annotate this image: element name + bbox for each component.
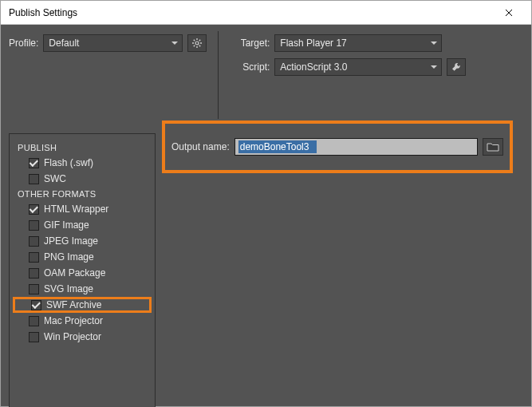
profile-value: Default (49, 38, 79, 49)
checkbox-flash[interactable] (29, 158, 39, 168)
format-item-win-projector[interactable]: Win Projector (13, 329, 152, 345)
script-dropdown[interactable]: ActionScript 3.0 (274, 58, 442, 76)
browse-output-button[interactable] (483, 138, 503, 156)
label-swc: SWC (44, 173, 66, 184)
label-svg: SVG Image (44, 283, 93, 294)
checkbox-mac-projector[interactable] (29, 316, 39, 326)
output-name-field-wrap[interactable] (234, 138, 478, 156)
window-title: Publish Settings (9, 7, 77, 18)
script-value: ActionScript 3.0 (280, 61, 347, 73)
close-button[interactable] (493, 2, 525, 24)
profile-dropdown[interactable]: Default (43, 34, 183, 52)
checkbox-gif[interactable] (29, 220, 39, 231)
checkbox-png[interactable] (29, 252, 39, 263)
main-columns: PUBLISH Flash (.swf) SWC OTHER FORMATS H… (9, 133, 523, 407)
label-jpeg: JPEG Image (44, 235, 98, 247)
script-label: Script: (230, 61, 270, 73)
svg-line-6 (199, 45, 200, 46)
checkbox-svg[interactable] (29, 284, 39, 294)
format-item-swf-archive[interactable]: SWF Archive (13, 297, 152, 313)
label-html: HTML Wrapper (44, 204, 108, 215)
divider (218, 31, 219, 119)
label-mac-projector: Mac Projector (44, 315, 103, 326)
svg-point-0 (195, 41, 199, 45)
target-script-block: Target: Flash Player 17 Script: ActionSc… (230, 34, 466, 76)
label-swf-archive: SWF Archive (46, 299, 101, 310)
checkbox-html[interactable] (29, 204, 39, 215)
output-name-label: Output name: (171, 141, 230, 152)
profile-label: Profile: (9, 38, 38, 49)
svg-line-5 (194, 40, 195, 41)
format-item-png[interactable]: PNG Image (13, 249, 152, 265)
svg-line-8 (194, 45, 195, 46)
checkbox-oam[interactable] (29, 268, 39, 279)
target-label: Target: (230, 38, 270, 49)
label-win-projector: Win Projector (44, 331, 101, 342)
output-name-highlight: Output name: (162, 121, 513, 173)
publish-settings-window: Publish Settings Profile: Default (0, 0, 532, 407)
format-list: PUBLISH Flash (.swf) SWC OTHER FORMATS H… (9, 133, 156, 407)
format-item-html[interactable]: HTML Wrapper (13, 201, 152, 217)
gear-icon (191, 38, 203, 49)
format-item-oam[interactable]: OAM Package (13, 265, 152, 281)
label-png: PNG Image (44, 251, 94, 263)
svg-line-7 (199, 40, 200, 41)
format-item-flash[interactable]: Flash (.swf) (13, 155, 152, 171)
dialog-body: Profile: Default (1, 25, 531, 406)
output-name-input[interactable] (238, 140, 317, 153)
script-settings-button[interactable] (447, 58, 466, 76)
checkbox-swc[interactable] (29, 174, 39, 184)
checkbox-jpeg[interactable] (29, 236, 39, 247)
checkbox-win-projector[interactable] (29, 332, 39, 342)
label-flash: Flash (.swf) (44, 157, 93, 168)
format-item-gif[interactable]: GIF Image (13, 217, 152, 233)
folder-icon (487, 142, 499, 152)
profile-block: Profile: Default (9, 34, 207, 52)
titlebar: Publish Settings (1, 1, 531, 25)
top-controls: Profile: Default (9, 34, 523, 119)
wrench-icon (451, 61, 462, 73)
target-value: Flash Player 17 (280, 38, 346, 49)
settings-panel: Output name: (167, 133, 523, 407)
label-gif: GIF Image (44, 219, 89, 231)
other-formats-header: OTHER FORMATS (13, 187, 152, 201)
label-oam: OAM Package (44, 267, 105, 279)
target-dropdown[interactable]: Flash Player 17 (274, 34, 442, 52)
close-icon (505, 9, 513, 17)
checkbox-swf-archive[interactable] (31, 300, 41, 310)
format-item-mac-projector[interactable]: Mac Projector (13, 313, 152, 329)
format-item-swc[interactable]: SWC (13, 171, 152, 187)
format-item-jpeg[interactable]: JPEG Image (13, 233, 152, 249)
publish-header: PUBLISH (13, 140, 152, 155)
profile-options-button[interactable] (187, 34, 207, 52)
format-item-svg[interactable]: SVG Image (13, 281, 152, 297)
